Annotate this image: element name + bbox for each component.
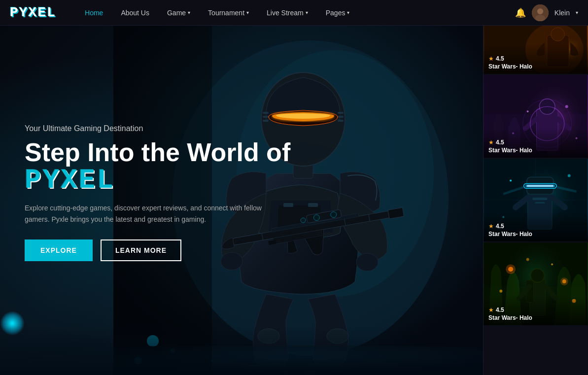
- notification-bell-icon[interactable]: 🔔: [515, 7, 526, 18]
- card-rating-1: ★ 4.5: [488, 55, 532, 62]
- game-card-4[interactable]: ★ 4.5 Star Wars- Halo: [484, 242, 588, 326]
- card-rating-3: ★ 4.5: [488, 223, 532, 230]
- svg-point-1: [537, 8, 543, 14]
- nav-item-about[interactable]: About Us: [112, 0, 158, 26]
- brand-logo[interactable]: PYXEL: [10, 5, 56, 20]
- svg-point-42: [551, 28, 564, 41]
- hero-brand-name: PYXEL: [25, 166, 290, 195]
- nav-item-game[interactable]: Game ▾: [158, 0, 199, 26]
- star-icon: ★: [488, 139, 494, 146]
- svg-rect-14: [263, 120, 269, 122]
- nav-item-home[interactable]: Home: [76, 0, 112, 26]
- card-rating-value-1: 4.5: [496, 55, 504, 62]
- svg-rect-68: [535, 202, 545, 204]
- card-info-2: ★ 4.5 Star Wars- Halo: [488, 139, 532, 154]
- game-sidebar: ★ 4.5 Star Wars- Halo: [483, 26, 588, 375]
- card-title-3: Star Wars- Halo: [488, 231, 532, 238]
- hero-buttons: Explore Learn More: [25, 239, 290, 261]
- svg-rect-13: [263, 116, 269, 118]
- card-title-4: Star Wars- Halo: [488, 314, 532, 321]
- game-card-1[interactable]: ★ 4.5 Star Wars- Halo: [484, 26, 588, 75]
- card-info-3: ★ 4.5 Star Wars- Halo: [488, 223, 532, 238]
- chevron-down-icon: ▾: [188, 10, 190, 15]
- game-card-3[interactable]: ★ 4.5 Star Wars- Halo: [484, 159, 588, 242]
- svg-rect-12: [263, 112, 269, 114]
- hero-section: Your Ultimate Gaming Destination Step In…: [0, 26, 483, 375]
- hero-subtitle: Your Ultimate Gaming Destination: [25, 124, 290, 133]
- card-rating-value-3: 4.5: [496, 223, 504, 230]
- card-rating-4: ★ 4.5: [488, 307, 532, 313]
- svg-point-79: [499, 290, 502, 293]
- user-name[interactable]: Klein: [554, 9, 570, 17]
- star-icon: ★: [488, 223, 494, 230]
- card-title-2: Star Wars- Halo: [488, 147, 532, 154]
- svg-rect-15: [338, 112, 344, 114]
- chevron-down-icon: ▾: [246, 10, 249, 15]
- card-info-4: ★ 4.5 Star Wars- Halo: [488, 307, 532, 321]
- svg-point-81: [526, 258, 529, 261]
- card-rating-value-4: 4.5: [496, 307, 504, 313]
- learn-more-button[interactable]: Learn More: [101, 239, 181, 261]
- user-menu-chevron-icon[interactable]: ▾: [576, 10, 578, 15]
- card-info-1: ★ 4.5 Star Wars- Halo: [488, 55, 532, 70]
- ground-glow: [0, 326, 483, 375]
- svg-rect-64: [527, 185, 553, 187]
- nav-item-tournament[interactable]: Tournament ▾: [199, 0, 258, 26]
- nav-item-livestream[interactable]: Live Stream ▾: [258, 0, 317, 26]
- avatar[interactable]: [532, 4, 549, 21]
- svg-rect-34: [308, 203, 318, 207]
- card-rating-value-2: 4.5: [496, 139, 504, 146]
- star-icon: ★: [488, 307, 494, 313]
- star-icon: ★: [488, 55, 494, 62]
- svg-point-85: [531, 269, 545, 282]
- card-rating-2: ★ 4.5: [488, 139, 532, 146]
- chevron-down-icon: ▾: [306, 10, 308, 15]
- svg-rect-17: [338, 120, 344, 122]
- svg-point-35: [301, 218, 306, 223]
- svg-point-69: [510, 179, 512, 181]
- svg-rect-16: [338, 116, 344, 118]
- navbar: PYXEL Home About Us Game ▾ Tournament ▾ …: [0, 0, 588, 26]
- svg-point-82: [551, 263, 553, 265]
- hero-description: Explore cutting-edge games, discover exp…: [25, 203, 281, 225]
- hero-content: Your Ultimate Gaming Destination Step In…: [25, 124, 290, 261]
- hero-title: Step Into the World of PYXEL: [25, 139, 290, 195]
- explore-button[interactable]: Explore: [25, 239, 93, 261]
- svg-point-52: [527, 110, 529, 112]
- game-card-2[interactable]: ★ 4.5 Star Wars- Halo: [484, 75, 588, 159]
- svg-point-70: [568, 174, 571, 177]
- svg-point-53: [565, 105, 568, 108]
- card-title-1: Star Wars- Halo: [488, 63, 532, 70]
- svg-rect-67: [533, 198, 548, 200]
- nav-right: 🔔 Klein ▾: [515, 4, 578, 21]
- chevron-down-icon: ▾: [347, 10, 349, 15]
- nav-links: Home About Us Game ▾ Tournament ▾ Live S…: [76, 0, 515, 26]
- svg-point-78: [560, 277, 568, 285]
- svg-point-76: [506, 264, 516, 274]
- svg-point-29: [356, 253, 378, 271]
- nav-item-pages[interactable]: Pages ▾: [317, 0, 359, 26]
